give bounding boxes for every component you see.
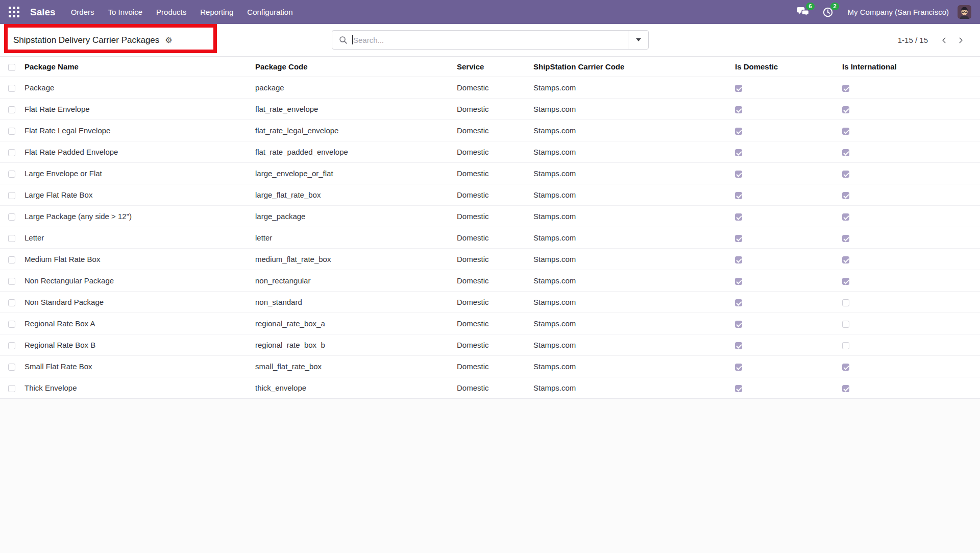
cell-is-domestic[interactable] [731, 270, 838, 292]
column-service[interactable]: Service [453, 57, 529, 77]
cell-package-name[interactable]: Medium Flat Rate Box [20, 249, 251, 270]
cell-package-code[interactable]: flat_rate_legal_envelope [251, 120, 453, 141]
cell-carrier-code[interactable]: Stamps.com [529, 313, 731, 334]
cell-package-code[interactable]: large_package [251, 206, 453, 227]
cell-package-code[interactable]: non_standard [251, 292, 453, 313]
cell-package-code[interactable]: letter [251, 227, 453, 249]
cell-carrier-code[interactable]: Stamps.com [529, 184, 731, 206]
cell-carrier-code[interactable]: Stamps.com [529, 99, 731, 120]
company-switcher[interactable]: My Company (San Francisco) [848, 8, 949, 16]
cell-service[interactable]: Domestic [453, 356, 529, 377]
row-select-checkbox[interactable] [8, 342, 15, 349]
cell-carrier-code[interactable]: Stamps.com [529, 206, 731, 227]
cell-is-domestic[interactable] [731, 227, 838, 249]
cell-service[interactable]: Domestic [453, 120, 529, 141]
row-select-checkbox[interactable] [8, 171, 15, 178]
actions-gear-icon[interactable]: ⚙ [165, 36, 172, 44]
cell-is-domestic[interactable] [731, 292, 838, 313]
column-package-code[interactable]: Package Code [251, 57, 453, 77]
cell-is-international[interactable] [838, 163, 980, 184]
cell-package-name[interactable]: Large Package (any side > 12") [20, 206, 251, 227]
column-carrier-code[interactable]: ShipStation Carrier Code [529, 57, 731, 77]
cell-package-name[interactable]: Letter [20, 227, 251, 249]
cell-package-code[interactable]: large_envelope_or_flat [251, 163, 453, 184]
cell-carrier-code[interactable]: Stamps.com [529, 270, 731, 292]
cell-package-name[interactable]: Non Standard Package [20, 292, 251, 313]
column-package-name[interactable]: Package Name [20, 57, 251, 77]
row-select-checkbox[interactable] [8, 235, 15, 242]
row-select-checkbox[interactable] [8, 385, 15, 392]
app-name-sales[interactable]: Sales [30, 7, 56, 18]
table-row[interactable]: Non Rectangular Packagenon_rectangularDo… [0, 270, 980, 292]
table-row[interactable]: Flat Rate Envelopeflat_rate_envelopeDome… [0, 99, 980, 120]
row-select-checkbox[interactable] [8, 321, 15, 328]
cell-package-name[interactable]: Large Envelope or Flat [20, 163, 251, 184]
cell-is-domestic[interactable] [731, 99, 838, 120]
menu-products[interactable]: Products [156, 8, 186, 16]
row-select-checkbox[interactable] [8, 149, 15, 156]
row-select-checkbox[interactable] [8, 213, 15, 221]
cell-is-international[interactable] [838, 292, 980, 313]
search-input[interactable] [353, 31, 628, 49]
cell-is-domestic[interactable] [731, 356, 838, 377]
cell-carrier-code[interactable]: Stamps.com [529, 77, 731, 99]
column-is-international[interactable]: Is International [838, 57, 980, 77]
cell-is-domestic[interactable] [731, 313, 838, 334]
menu-orders[interactable]: Orders [71, 8, 94, 16]
column-is-domestic[interactable]: Is Domestic [731, 57, 838, 77]
cell-package-name[interactable]: Package [20, 77, 251, 99]
row-select-checkbox[interactable] [8, 299, 15, 306]
cell-service[interactable]: Domestic [453, 163, 529, 184]
cell-carrier-code[interactable]: Stamps.com [529, 227, 731, 249]
cell-service[interactable]: Domestic [453, 313, 529, 334]
cell-service[interactable]: Domestic [453, 292, 529, 313]
user-avatar[interactable] [958, 5, 971, 19]
cell-is-domestic[interactable] [731, 184, 838, 206]
cell-package-name[interactable]: Regional Rate Box B [20, 334, 251, 356]
cell-carrier-code[interactable]: Stamps.com [529, 377, 731, 399]
cell-service[interactable]: Domestic [453, 206, 529, 227]
cell-is-international[interactable] [838, 249, 980, 270]
menu-to-invoice[interactable]: To Invoice [108, 8, 143, 16]
cell-carrier-code[interactable]: Stamps.com [529, 334, 731, 356]
cell-package-name[interactable]: Flat Rate Envelope [20, 99, 251, 120]
cell-is-domestic[interactable] [731, 249, 838, 270]
cell-service[interactable]: Domestic [453, 270, 529, 292]
cell-package-code[interactable]: flat_rate_envelope [251, 99, 453, 120]
cell-service[interactable]: Domestic [453, 227, 529, 249]
cell-is-international[interactable] [838, 313, 980, 334]
menu-reporting[interactable]: Reporting [200, 8, 233, 16]
cell-is-domestic[interactable] [731, 77, 838, 99]
pager-next-button[interactable] [952, 32, 969, 49]
cell-service[interactable]: Domestic [453, 184, 529, 206]
pager-previous-button[interactable] [936, 32, 952, 49]
cell-is-international[interactable] [838, 141, 980, 163]
cell-is-international[interactable] [838, 270, 980, 292]
cell-is-international[interactable] [838, 334, 980, 356]
cell-service[interactable]: Domestic [453, 77, 529, 99]
cell-is-domestic[interactable] [731, 120, 838, 141]
cell-carrier-code[interactable]: Stamps.com [529, 249, 731, 270]
row-select-checkbox[interactable] [8, 192, 15, 199]
row-select-checkbox[interactable] [8, 364, 15, 371]
row-select-checkbox[interactable] [8, 106, 15, 113]
row-select-checkbox[interactable] [8, 278, 15, 285]
row-select-checkbox[interactable] [8, 85, 15, 92]
cell-is-international[interactable] [838, 99, 980, 120]
table-row[interactable]: Small Flat Rate Boxsmall_flat_rate_boxDo… [0, 356, 980, 377]
cell-is-international[interactable] [838, 120, 980, 141]
table-row[interactable]: Medium Flat Rate Boxmedium_flat_rate_box… [0, 249, 980, 270]
cell-package-code[interactable]: small_flat_rate_box [251, 356, 453, 377]
cell-package-code[interactable]: flat_rate_padded_envelope [251, 141, 453, 163]
cell-package-name[interactable]: Large Flat Rate Box [20, 184, 251, 206]
search-dropdown-toggle[interactable] [628, 31, 648, 49]
cell-carrier-code[interactable]: Stamps.com [529, 163, 731, 184]
cell-is-international[interactable] [838, 227, 980, 249]
cell-is-domestic[interactable] [731, 141, 838, 163]
cell-carrier-code[interactable]: Stamps.com [529, 141, 731, 163]
messages-button[interactable]: 6 [795, 4, 812, 20]
cell-service[interactable]: Domestic [453, 99, 529, 120]
cell-service[interactable]: Domestic [453, 141, 529, 163]
apps-grid-icon[interactable] [9, 7, 19, 17]
table-row[interactable]: Thick Envelopethick_envelopeDomesticStam… [0, 377, 980, 399]
